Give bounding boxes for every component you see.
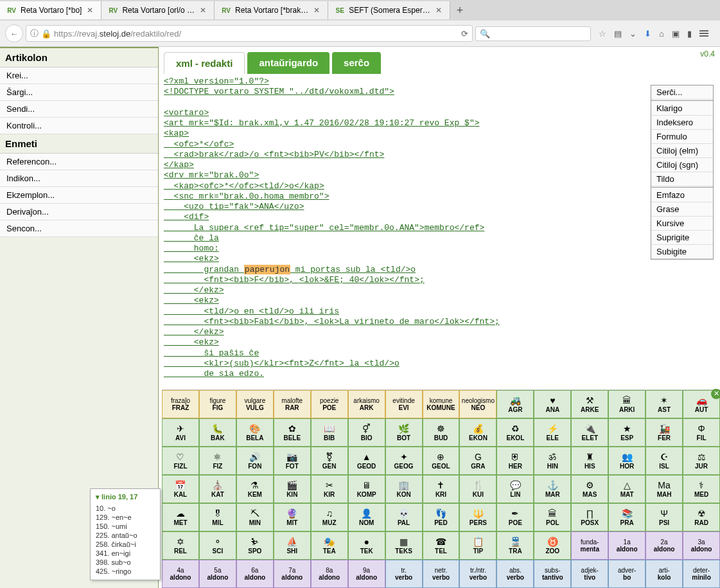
grid-cell-menta[interactable]: funda-menta xyxy=(571,531,608,560)
grid-cell-MAR[interactable]: ⚓MAR xyxy=(534,475,571,503)
download-icon[interactable]: ⬇ xyxy=(644,29,651,39)
grid-cell-MAH[interactable]: MaMAH xyxy=(645,475,683,503)
grid-cell-GEN[interactable]: ⚧GEN xyxy=(311,447,348,475)
editor-tab-2[interactable]: serĉo xyxy=(332,52,381,74)
grid-cell-MIN[interactable]: ⛏MIN xyxy=(236,503,274,531)
hint-line-5[interactable]: 341. en~igi xyxy=(96,549,155,558)
grid-cell-ANA[interactable]: ♥ANA xyxy=(534,390,571,418)
grid-cell-bo[interactable]: adver-bo xyxy=(608,560,645,588)
grid-cell-verbo[interactable]: tr./ntr.verbo xyxy=(459,560,496,588)
grid-cell-PERS[interactable]: 🔱PERS xyxy=(459,503,496,531)
window-icon[interactable]: ▣ xyxy=(672,29,680,39)
grid-cell-LIN[interactable]: 💬LIN xyxy=(496,475,534,503)
sidebar-item-enmeti-1[interactable]: Indikon... xyxy=(0,170,158,187)
grid-cell-FOT[interactable]: 📷FOT xyxy=(274,447,311,475)
grid-cell-BIO[interactable]: ⚥BIO xyxy=(348,418,385,447)
tab-close-icon[interactable]: ✕ xyxy=(85,6,94,15)
grid-cell-GEOD[interactable]: ▲GEOD xyxy=(348,447,385,475)
grid-cell-kolo[interactable]: arti-kolo xyxy=(645,560,683,588)
grid-cell-VULG[interactable]: vulgareVULG xyxy=(236,390,274,418)
editor-tab-0[interactable]: xml - redakti xyxy=(164,52,245,74)
grid-cell-aldono[interactable]: 8aaldono xyxy=(311,560,348,588)
grid-cell-PAL[interactable]: 💀PAL xyxy=(385,503,423,531)
sidebar-item-enmeti-3[interactable]: Derivaĵon... xyxy=(0,204,158,220)
browser-tab-1[interactable]: RVReta Vortaro [orl/o …✕ xyxy=(101,1,215,19)
tab-close-icon[interactable]: ✕ xyxy=(434,6,443,15)
grid-cell-EKOL[interactable]: ♻EKOL xyxy=(496,418,534,447)
right-panel-g1-5[interactable]: Tildo xyxy=(651,172,713,186)
grid-cell-SPO[interactable]: ⛷SPO xyxy=(236,531,274,560)
tab-close-icon[interactable]: ✕ xyxy=(198,6,207,15)
grid-cell-PED[interactable]: 👣PED xyxy=(423,503,460,531)
grid-cell-JUR[interactable]: ⚖JUR xyxy=(683,447,720,475)
right-panel-g2-0[interactable]: Emfazo xyxy=(651,188,713,202)
grid-cell-TEKS[interactable]: ▦TEKS xyxy=(385,531,423,560)
grid-cell-FIG[interactable]: figureFIG xyxy=(199,390,236,418)
grid-cell-POSX[interactable]: ∏POSX xyxy=(571,503,608,531)
grid-cell-ARKE[interactable]: ⚒ARKE xyxy=(571,390,608,418)
grid-cell-FIL[interactable]: ΦFIL xyxy=(683,418,720,447)
sidebar-item-artikolon-3[interactable]: Kontroli... xyxy=(0,118,158,134)
grid-cell-RAR[interactable]: malofteRAR xyxy=(274,390,311,418)
grid-cell-MAT[interactable]: △MAT xyxy=(608,475,645,503)
right-panel-g1-2[interactable]: Formulo xyxy=(651,130,713,144)
sidebar-item-enmeti-2[interactable]: Ekzemplon... xyxy=(0,187,158,204)
close-grid-button[interactable]: ✕ xyxy=(711,389,720,399)
right-panel-g1-0[interactable]: Klarigo xyxy=(651,102,713,116)
grid-cell-KOMUNE[interactable]: komuneKOMUNE xyxy=(423,390,460,418)
grid-cell-ARK[interactable]: arkaismoARK xyxy=(348,390,385,418)
grid-cell-KIR[interactable]: ✂KIR xyxy=(311,475,348,503)
grid-cell-EVI[interactable]: evitindeEVI xyxy=(385,390,423,418)
hint-line-6[interactable]: 398. sub~o xyxy=(96,558,155,567)
hint-line-2[interactable]: 150. ~umi xyxy=(96,522,155,531)
grid-cell-FIZL[interactable]: ♡FIZL xyxy=(162,447,199,475)
grid-cell-GRA[interactable]: GGRA xyxy=(459,447,496,475)
grid-cell-FRAZ[interactable]: frazaĵoFRAZ xyxy=(162,390,199,418)
grid-cell-aldono[interactable]: 5aaldono xyxy=(199,560,236,588)
grid-cell-verbo[interactable]: abs.verbo xyxy=(496,560,534,588)
browser-tab-3[interactable]: SESEFT (Somera Esper…✕ xyxy=(328,1,450,19)
grid-cell-FER[interactable]: 🚂FER xyxy=(645,418,683,447)
browser-search-input[interactable] xyxy=(493,29,586,39)
grid-cell-MAS[interactable]: ⚙MAS xyxy=(571,475,608,503)
grid-cell-AVI[interactable]: ✈AVI xyxy=(162,418,199,447)
grid-cell-ISL[interactable]: ☪ISL xyxy=(645,447,683,475)
home-icon[interactable]: ⌂ xyxy=(659,29,664,39)
hint-line-3[interactable]: 225. antaŭ~o xyxy=(96,531,155,540)
hint-line-7[interactable]: 425. ~ringo xyxy=(96,567,155,576)
hint-line-4[interactable]: 258. ĉirkaŭ~i xyxy=(96,540,155,549)
grid-cell-MIL[interactable]: 🎖MIL xyxy=(199,503,236,531)
right-panel-g2-2[interactable]: Kursive xyxy=(651,217,713,231)
grid-cell-MUZ[interactable]: ♫MUZ xyxy=(311,503,348,531)
right-panel-g1-4[interactable]: Citiloj (sgn) xyxy=(651,158,713,172)
grid-cell-AST[interactable]: ✶AST xyxy=(645,390,683,418)
new-tab-button[interactable]: + xyxy=(450,1,470,20)
grid-cell-ELE[interactable]: ⚡ELE xyxy=(534,418,571,447)
grid-cell-tantivo[interactable]: subs-tantivo xyxy=(534,560,571,588)
grid-cell-NEO[interactable]: neologismoNEO xyxy=(459,390,496,418)
grid-cell-REL[interactable]: ✡REL xyxy=(162,531,199,560)
sidebar-item-artikolon-0[interactable]: Krei... xyxy=(0,67,158,84)
grid-cell-MED[interactable]: ⚕MED xyxy=(683,475,720,503)
grid-cell-NOM[interactable]: 👤NOM xyxy=(348,503,385,531)
grid-cell-KOMP[interactable]: 🖥KOMP xyxy=(348,475,385,503)
hamburger-icon[interactable] xyxy=(699,29,710,39)
grid-cell-minilo[interactable]: deter-minilo xyxy=(683,560,720,588)
grid-cell-AGR[interactable]: 🚜AGR xyxy=(496,390,534,418)
grid-cell-verbo[interactable]: tr.verbo xyxy=(385,560,423,588)
grid-cell-KON[interactable]: 🏢KON xyxy=(385,475,423,503)
grid-cell-tivo[interactable]: adjek-tivo xyxy=(571,560,608,588)
grid-cell-EKON[interactable]: 💰EKON xyxy=(459,418,496,447)
grid-cell-PRA[interactable]: 📚PRA xyxy=(608,503,645,531)
tab-close-icon[interactable]: ✕ xyxy=(312,6,321,15)
grid-cell-KUI[interactable]: 🍴KUI xyxy=(459,475,496,503)
grid-cell-GEOG[interactable]: ✦GEOG xyxy=(385,447,423,475)
grid-cell-aldono[interactable]: 3aaldono xyxy=(683,531,720,560)
grid-cell-aldono[interactable]: 6aaldono xyxy=(236,560,274,588)
editor-tab-1[interactable]: antaŭrigardo xyxy=(247,52,329,74)
hint-line-0[interactable]: 10. ~o xyxy=(96,504,155,513)
sidebar-item-artikolon-2[interactable]: Sendi... xyxy=(0,101,158,118)
grid-cell-aldono[interactable]: 7aaldono xyxy=(274,560,311,588)
grid-cell-ELET[interactable]: 🔌ELET xyxy=(571,418,608,447)
grid-cell-TIP[interactable]: 📋TIP xyxy=(459,531,496,560)
